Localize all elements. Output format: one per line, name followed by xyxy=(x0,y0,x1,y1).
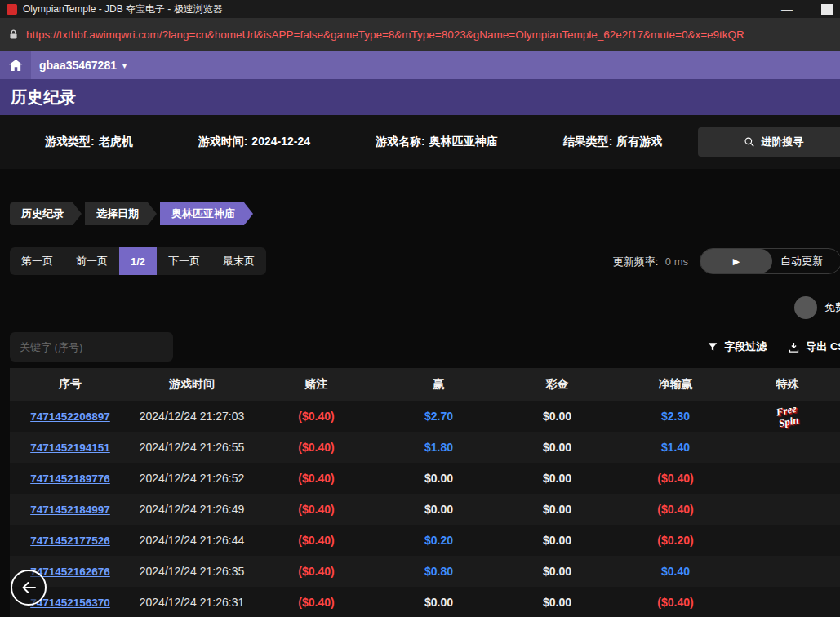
game-time: 2024/12/24 21:27:03 xyxy=(131,401,253,432)
col-header-bet: 赌注 xyxy=(253,368,380,401)
free-game-row: 免费游 xyxy=(0,296,840,319)
pagination-row: 第一页 前一页 1/2 下一页 最末页 更新频率: 0 ms ▶ 自动更新 xyxy=(10,247,830,275)
url-input[interactable]: https://txthbf.awimqwri.com/?lang=cn&hom… xyxy=(26,29,832,41)
filter-game-date: 游戏时间:2024-12-24 xyxy=(198,135,310,149)
free-game-icon[interactable] xyxy=(794,296,817,319)
main-content: 历史纪录 选择日期 奥林匹亚神庙 第一页 前一页 1/2 下一页 最末页 更新频… xyxy=(0,202,840,617)
game-time: 2024/12/24 21:26:31 xyxy=(131,587,253,617)
game-time: 2024/12/24 21:26:44 xyxy=(131,525,253,556)
net-value: $0.40 xyxy=(661,565,690,578)
game-time: 2024/12/24 21:26:52 xyxy=(131,463,253,494)
game-time: 2024/12/24 21:26:35 xyxy=(131,556,253,587)
bet-value: ($0.40) xyxy=(298,410,334,423)
table-row: 7471452189776 2024/12/24 21:26:52 ($0.40… xyxy=(10,463,840,494)
app-icon xyxy=(7,4,17,15)
refresh-rate-value: 0 ms xyxy=(665,255,688,268)
page-title: 历史纪录 xyxy=(0,87,76,109)
table-row: 7471452184997 2024/12/24 21:26:49 ($0.40… xyxy=(10,494,840,525)
chevron-down-icon[interactable]: ▾ xyxy=(122,61,127,70)
advanced-search-button[interactable]: 进阶搜寻 xyxy=(698,127,840,157)
col-header-id: 序号 xyxy=(10,368,131,401)
prev-page-button[interactable]: 前一页 xyxy=(64,247,119,275)
free-spin-badge: Free Spin xyxy=(775,403,799,429)
funnel-icon xyxy=(707,341,718,353)
filter-bar: 游戏类型:老虎机 游戏时间:2024-12-24 游戏名称:奥林匹亚神庙 结果类… xyxy=(0,115,840,169)
window-title: OlympianTemple - JDB 夺宝电子 - 极速浏览器 xyxy=(23,2,223,16)
win-value: $0.00 xyxy=(424,503,453,516)
round-id-link[interactable]: 7471452206897 xyxy=(30,411,110,423)
table-row: 7471452162676 2024/12/24 21:26:35 ($0.40… xyxy=(10,556,840,587)
bonus-value: $0.00 xyxy=(543,410,571,423)
breadcrumb: 历史纪录 选择日期 奥林匹亚神庙 xyxy=(10,202,840,225)
round-id-link[interactable]: 7471452184997 xyxy=(30,504,110,516)
net-value: ($0.40) xyxy=(657,472,693,485)
search-icon xyxy=(744,136,755,148)
filter-result-type: 结果类型:所有游戏 xyxy=(563,135,663,149)
game-time: 2024/12/24 21:26:55 xyxy=(131,432,253,463)
free-game-label: 免费游 xyxy=(824,300,840,315)
breadcrumb-select-date[interactable]: 选择日期 xyxy=(85,202,157,225)
table-header-row: 序号 游戏时间 赌注 赢 彩金 净输赢 特殊 xyxy=(10,368,840,401)
bonus-value: $0.00 xyxy=(543,441,571,454)
current-page-indicator[interactable]: 1/2 xyxy=(119,247,157,275)
user-bar: gbaa35467281 ▾ xyxy=(0,51,840,79)
home-icon xyxy=(9,59,23,72)
bet-value: ($0.40) xyxy=(298,596,334,609)
win-value: $0.80 xyxy=(424,565,453,578)
round-id-link[interactable]: 7471452189776 xyxy=(30,473,110,485)
col-header-win: 赢 xyxy=(380,368,498,401)
auto-update-label: 自动更新 xyxy=(780,254,823,269)
table-row: 7471452194151 2024/12/24 21:26:55 ($0.40… xyxy=(10,432,840,463)
round-id-link[interactable]: 7471452177526 xyxy=(30,535,110,547)
search-input[interactable] xyxy=(10,332,173,362)
game-time: 2024/12/24 21:26:49 xyxy=(131,494,253,525)
table-row: 7471452206897 2024/12/24 21:27:03 ($0.40… xyxy=(10,401,840,432)
back-arrow-icon xyxy=(19,578,38,597)
back-button[interactable] xyxy=(11,570,47,606)
maximize-button[interactable] xyxy=(821,4,833,15)
export-csv-button[interactable]: 导出 CS xyxy=(788,340,840,354)
table-row: 7471452177526 2024/12/24 21:26:44 ($0.40… xyxy=(10,525,840,556)
last-page-button[interactable]: 最末页 xyxy=(211,247,266,275)
bonus-value: $0.00 xyxy=(543,503,571,516)
table-row: 7471452156370 2024/12/24 21:26:31 ($0.40… xyxy=(10,587,840,617)
win-value: $0.20 xyxy=(424,534,453,547)
browser-titlebar: OlympianTemple - JDB 夺宝电子 - 极速浏览器 — xyxy=(0,0,840,18)
username-dropdown[interactable]: gbaa35467281 xyxy=(39,59,117,72)
col-header-special: 特殊 xyxy=(735,368,840,401)
col-header-bonus: 彩金 xyxy=(498,368,616,401)
refresh-cluster: 更新频率: 0 ms ▶ 自动更新 xyxy=(613,248,840,274)
auto-update-toggle[interactable]: ▶ 自动更新 xyxy=(700,248,840,274)
search-row: 字段过滤 导出 CS xyxy=(10,332,830,362)
bet-value: ($0.40) xyxy=(298,472,334,485)
pager: 第一页 前一页 1/2 下一页 最末页 xyxy=(10,247,266,275)
bet-value: ($0.40) xyxy=(298,503,334,516)
net-value: ($0.40) xyxy=(657,503,693,516)
table-tools: 字段过滤 导出 CS xyxy=(707,340,840,354)
col-header-net: 净输赢 xyxy=(616,368,735,401)
net-value: $1.40 xyxy=(661,441,690,454)
refresh-rate-label: 更新频率: xyxy=(613,255,659,268)
bonus-value: $0.00 xyxy=(543,596,571,609)
win-value: $0.00 xyxy=(424,596,453,609)
page-title-bar: 历史纪录 xyxy=(0,79,840,115)
bet-value: ($0.40) xyxy=(298,534,334,547)
win-value: $2.70 xyxy=(424,410,453,423)
next-page-button[interactable]: 下一页 xyxy=(157,247,211,275)
field-filter-button[interactable]: 字段过滤 xyxy=(707,340,767,354)
net-value: ($0.20) xyxy=(657,534,693,547)
round-id-link[interactable]: 7471452194151 xyxy=(30,442,110,454)
first-page-button[interactable]: 第一页 xyxy=(10,247,64,275)
col-header-time: 游戏时间 xyxy=(131,368,253,401)
breadcrumb-history[interactable]: 历史纪录 xyxy=(10,202,82,225)
bet-value: ($0.40) xyxy=(298,441,334,454)
filter-game-type: 游戏类型:老虎机 xyxy=(45,135,133,149)
lock-icon xyxy=(8,29,19,41)
minimize-button[interactable]: — xyxy=(781,0,793,18)
home-button[interactable] xyxy=(0,51,31,79)
play-icon[interactable]: ▶ xyxy=(700,249,772,273)
breadcrumb-game[interactable]: 奥林匹亚神庙 xyxy=(160,202,253,225)
win-value: $1.80 xyxy=(424,441,453,454)
bonus-value: $0.00 xyxy=(543,472,571,485)
download-icon xyxy=(788,341,800,353)
